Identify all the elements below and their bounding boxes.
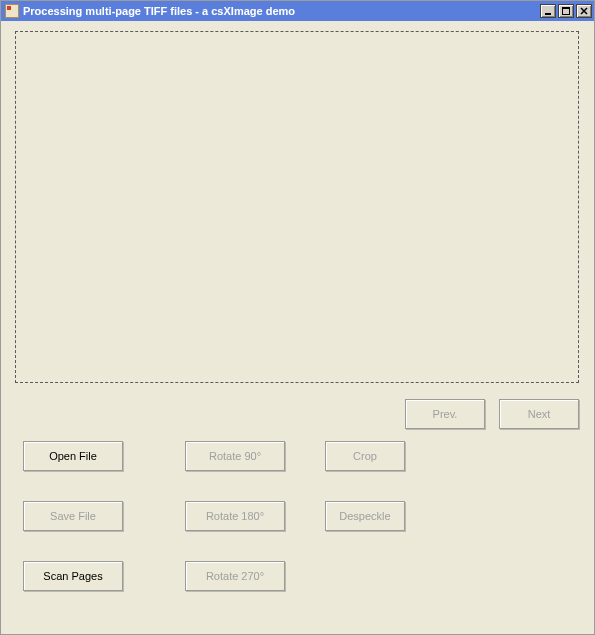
- window-controls: [538, 4, 592, 18]
- titlebar: Processing multi-page TIFF files - a csX…: [1, 1, 594, 21]
- rotate-90-button[interactable]: Rotate 90°: [185, 441, 285, 471]
- crop-button[interactable]: Crop: [325, 441, 405, 471]
- despeckle-button[interactable]: Despeckle: [325, 501, 405, 531]
- save-file-button[interactable]: Save File: [23, 501, 123, 531]
- close-icon: [580, 7, 588, 15]
- image-display-area: [15, 31, 579, 383]
- minimize-icon: [544, 7, 552, 15]
- client-area: Prev. Next Open File Save File Scan Page…: [1, 21, 594, 634]
- window-title: Processing multi-page TIFF files - a csX…: [23, 5, 538, 17]
- scan-pages-button[interactable]: Scan Pages: [23, 561, 123, 591]
- svg-rect-2: [562, 7, 570, 9]
- close-button[interactable]: [576, 4, 592, 18]
- app-window: Processing multi-page TIFF files - a csX…: [0, 0, 595, 635]
- maximize-button[interactable]: [558, 4, 574, 18]
- maximize-icon: [562, 7, 570, 15]
- minimize-button[interactable]: [540, 4, 556, 18]
- rotate-270-button[interactable]: Rotate 270°: [185, 561, 285, 591]
- app-icon: [5, 4, 19, 18]
- next-button[interactable]: Next: [499, 399, 579, 429]
- rotate-180-button[interactable]: Rotate 180°: [185, 501, 285, 531]
- open-file-button[interactable]: Open File: [23, 441, 123, 471]
- prev-button[interactable]: Prev.: [405, 399, 485, 429]
- svg-rect-0: [545, 13, 551, 15]
